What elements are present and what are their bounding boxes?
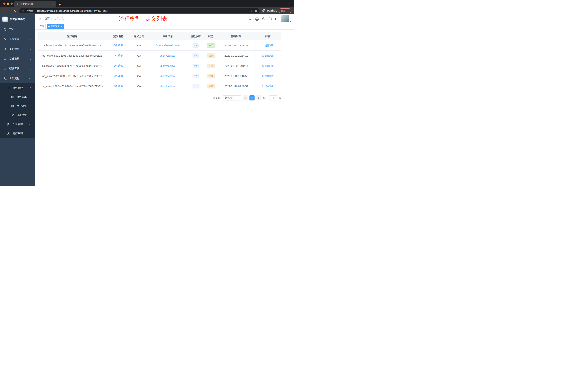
header-actions: tT [249,15,291,22]
sidebar-item-devtools[interactable]: 研发工具 [0,64,35,74]
window-zoom-button[interactable] [10,2,13,5]
workflow-icon [4,77,7,80]
sidebar-item-user-group[interactable]: 用户分组 [0,101,35,111]
definition-id: oa_leave:2:3c1f0ef1-76b1-11ec-9c66-a2380… [38,71,106,81]
next-page-button[interactable]: › [256,95,261,100]
new-tab-button[interactable]: + [59,3,61,6]
definition-name-link[interactable]: OA 请假 [114,64,123,67]
browser-menu-kebab-icon[interactable]: ⋮ [287,10,289,12]
window-close-button[interactable] [3,2,5,5]
form-info-link[interactable]: /bpm/oa/leave/create [156,44,180,47]
sidebar-item-leave-query[interactable]: 请假查询 [0,129,35,138]
assign-rule-link[interactable]: 分配规则 [262,75,274,78]
page-number-button[interactable]: 1 [250,95,254,100]
tag-home[interactable]: 首页 [38,24,46,29]
tag-close-icon[interactable]: × [61,25,62,27]
prev-page-button[interactable]: ‹ [243,95,248,100]
incognito-icon [262,9,266,13]
assign-rule-label: 分配规则 [265,44,274,47]
tab-title: 芋道管理系统 [20,3,51,6]
definition-id: oa_leave:5:004b710b-7b8a-11ec-8ef0-acde4… [38,40,106,50]
font-size-icon[interactable]: tT [275,17,278,20]
user-icon [262,75,264,77]
tab-close-icon[interactable]: × [52,3,55,6]
sidebar-menu: 首页系统管理支付管理基础设施研发工具工作流程流程管理流程表单用户分组流程模型任务… [0,24,35,138]
select-caret-icon [238,97,240,98]
definitions-table: 定义编号 定义名称 定义分类 表单信息 流程版本 状态 部署时间 操作 oa_l… [38,33,281,91]
definition-name-link[interactable]: OA 请假 [114,85,123,88]
status-badge: 挂起 [207,64,215,68]
address-bar[interactable]: 不安全 dashboard.yudao.iocoder.cn/bpm/manag… [19,8,260,13]
sidebar-item-home[interactable]: 首页 [0,24,35,34]
browser-chrome: 芋道管理系统 × + ← → ↻ 不安全 dashboard.yudao.ioc… [0,0,294,14]
deploy-time: 2022-01-22 19:19:11 [218,61,254,71]
sidebar-item-infrastructure[interactable]: 基础设施 [0,54,35,64]
sidebar-item-process-model[interactable]: 流程模型 [0,111,35,120]
url-text: dashboard.yudao.iocoder.cn/bpm/manager/d… [37,10,249,12]
status-badge: 激活 [207,43,215,48]
assign-rule-link[interactable]: 分配规则 [262,64,274,67]
page-header: 首页 / 流程定义 流程模型 - 定义列表 tT [35,14,294,23]
assign-rule-link[interactable]: 分配规则 [262,54,274,57]
page-unit-label: 页 [279,96,281,99]
form-info-link[interactable]: /bpm/oa/flow [160,85,175,88]
yen-icon [4,47,7,51]
sidebar-item-system[interactable]: 系统管理 [0,34,35,44]
tags-bar: 首页 流程定义 × [35,23,294,30]
sidebar-item-label: 流程表单 [17,95,32,99]
table-row: oa_leave:2:3c1f0ef1-76b1-11ec-9c66-a2380… [38,71,281,81]
definition-name-link[interactable]: OA 请假 [114,54,123,57]
reload-button[interactable]: ↻ [12,8,18,13]
sidebar-item-task-manage[interactable]: 任务管理 [0,120,35,129]
page-size-select[interactable]: 10条/页 [223,95,241,100]
breadcrumb-current: 流程定义 [54,17,64,20]
chevron-down-icon [30,48,31,50]
sidebar-item-process-form[interactable]: 流程表单 [0,92,35,101]
assign-rule-link[interactable]: 分配规则 [262,85,274,88]
help-icon[interactable] [262,17,265,21]
app-logo[interactable]: 芋道管理系统 [0,14,35,24]
assign-rule-link[interactable]: 分配规则 [262,44,274,47]
deploy-time: 2022-01-16 17:46:53 [218,71,254,81]
form-info-link[interactable]: /bpm/oa/flow [160,75,175,77]
tab-search-button[interactable] [289,2,291,5]
form-info-link[interactable]: /bpm/oa/flow [160,65,175,67]
col-status: 状态 [203,33,218,40]
breadcrumb-home[interactable]: 首页 [44,17,50,20]
sidebar-item-workflow[interactable]: 工作流程 [0,74,35,83]
sidebar-item-payment[interactable]: 支付管理 [0,44,35,54]
chevron-down-icon [30,58,31,60]
browser-toolbar: ← → ↻ 不安全 dashboard.yudao.iocoder.cn/bpm… [0,7,294,14]
user-icon [262,85,264,87]
form-info-link[interactable]: /bpm/oa/flow [160,54,175,57]
sidebar-item-label: 流程管理 [12,86,30,89]
deploy-time: 2022-01-22 21:48:38 [218,40,254,50]
tag-process-definition[interactable]: 流程定义 × [47,24,64,29]
table-row: oa_leave:1:482ec033-762a-11ec-8477-a2380… [38,81,281,91]
forward-button[interactable]: → [7,8,12,13]
table-body: oa_leave:5:004b710b-7b8a-11ec-8ef0-acde4… [38,40,281,91]
sidebar-item-label: 工作流程 [9,77,30,80]
definition-category: OA [131,61,148,71]
search-icon[interactable] [249,17,252,21]
page-size-value: 10条/页 [225,96,233,99]
bookmark-star-icon[interactable] [254,10,257,12]
definition-name-link[interactable]: OA 请假 [114,75,123,78]
window-minimize-button[interactable] [7,2,9,5]
definition-name-link[interactable]: OA 请假 [114,44,123,47]
browser-tab[interactable]: 芋道管理系统 × [14,1,56,7]
back-button[interactable]: ← [1,8,7,13]
goto-page-input[interactable] [269,95,277,100]
logo-image [2,17,8,22]
assign-rule-label: 分配规则 [265,85,274,88]
update-button[interactable]: 更新 ⋮ [279,8,292,13]
sidebar-fold-icon[interactable] [38,17,42,21]
fullscreen-icon[interactable] [269,17,272,21]
sidebar-item-label: 流程模型 [17,114,32,117]
sidebar-item-label: 支付管理 [9,47,30,51]
password-key-icon[interactable] [250,10,253,12]
github-icon[interactable] [255,17,259,21]
tab-favicon-icon [16,3,19,6]
sidebar-item-process-manage[interactable]: 流程管理 [0,83,35,92]
user-avatar[interactable] [282,15,291,22]
